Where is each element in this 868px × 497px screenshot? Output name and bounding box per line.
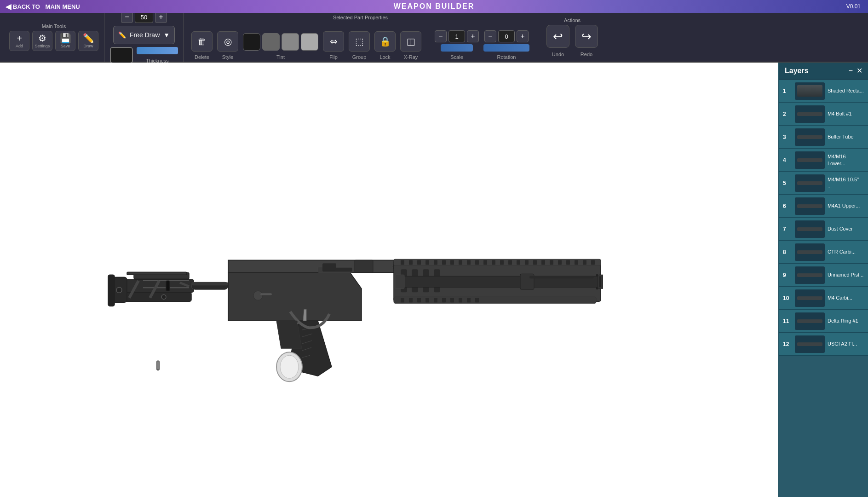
save-label: Save <box>61 44 70 48</box>
svg-rect-39 <box>459 260 462 265</box>
layer-number: 5 <box>783 180 792 186</box>
scale-input[interactable] <box>448 30 465 42</box>
scale-control: − + <box>435 30 479 42</box>
back-arrow-icon: ◀ <box>6 2 11 11</box>
rotation-plus-button[interactable]: + <box>517 30 529 42</box>
main-tools-label: Main Tools <box>42 23 66 29</box>
scale-label: Scale <box>450 54 463 60</box>
delete-label: Delete <box>195 54 209 60</box>
layer-name: Buffer Tube <box>828 133 864 140</box>
layer-thumbnail <box>795 174 825 192</box>
layer-name: CTR Carbi... <box>828 248 864 255</box>
layers-title: Layers <box>785 67 809 75</box>
svg-rect-36 <box>434 260 437 265</box>
layer-item[interactable]: 5 M4/M16 10.5" ... <box>779 172 868 195</box>
redo-area: ↪ Redo <box>575 25 598 57</box>
lock-label: Lock <box>379 54 390 60</box>
canvas-area[interactable] <box>0 63 778 497</box>
svg-rect-32 <box>401 260 404 265</box>
svg-rect-43 <box>492 260 495 265</box>
undo-button[interactable]: ↩ <box>546 25 569 48</box>
undo-label: Undo <box>552 52 564 57</box>
layer-item[interactable]: 7 Dust Cover <box>779 218 868 241</box>
rotation-control: − + <box>484 30 529 42</box>
svg-rect-34 <box>417 260 421 265</box>
tint-gray3-button[interactable] <box>301 33 318 51</box>
layer-number: 10 <box>783 295 792 301</box>
layer-item[interactable]: 9 Unnamed Pist... <box>779 264 868 287</box>
app-title: WEAPON BUILDER <box>394 2 475 11</box>
redo-button[interactable]: ↪ <box>575 25 598 48</box>
layer-thumbnail <box>795 266 825 284</box>
layer-name: Delta Ring #1 <box>828 318 864 324</box>
svg-rect-42 <box>483 260 487 265</box>
svg-rect-50 <box>550 260 553 265</box>
layer-thumbnail <box>795 243 825 261</box>
svg-rect-66 <box>450 298 454 302</box>
xray-label: X-Ray <box>404 54 418 60</box>
layer-number: 6 <box>783 203 792 209</box>
flip-label: Flip <box>329 54 338 60</box>
layer-item[interactable]: 1 Shaded Recta... <box>779 80 868 103</box>
scale-minus-button[interactable]: − <box>435 30 447 42</box>
svg-rect-46 <box>517 260 520 265</box>
svg-rect-69 <box>475 298 479 302</box>
layer-name: M4 Bolt #1 <box>828 110 864 117</box>
main-area: Layers − ✕ 1 Shaded Recta... 2 M4 Bolt #… <box>0 63 868 497</box>
scale-plus-button[interactable]: + <box>467 30 479 42</box>
flip-button[interactable]: ⇔ <box>323 31 344 52</box>
xray-icon: ◫ <box>407 37 415 46</box>
tint-gray1-button[interactable] <box>262 33 280 51</box>
layer-item[interactable]: 6 M4A1 Upper... <box>779 195 868 218</box>
add-icon: + <box>17 34 22 43</box>
draw-button[interactable]: ✏️ Draw <box>78 31 98 51</box>
layer-item[interactable]: 4 M4/M16 Lower... <box>779 149 868 172</box>
layer-item[interactable]: 11 Delta Ring #1 <box>779 310 868 333</box>
layer-name: M4A1 Upper... <box>828 202 864 209</box>
svg-rect-2 <box>125 292 191 301</box>
layer-item[interactable]: 3 Buffer Tube <box>779 126 868 149</box>
layer-thumbnail <box>795 335 825 353</box>
xray-button[interactable]: ◫ <box>400 31 421 52</box>
delete-button[interactable]: 🗑 <box>191 31 213 52</box>
lock-button[interactable]: 🔒 <box>374 31 396 52</box>
rotation-minus-button[interactable]: − <box>484 30 496 42</box>
color-swatch[interactable] <box>110 47 133 64</box>
rotation-bar[interactable] <box>483 44 529 52</box>
delete-area: 🗑 Delete <box>191 31 213 60</box>
svg-rect-6 <box>108 275 115 306</box>
svg-rect-11 <box>127 272 187 275</box>
save-button[interactable]: 💾 Save <box>55 31 75 51</box>
thickness-bar[interactable] <box>137 47 178 54</box>
draw-tool-value: Free Draw <box>130 31 160 39</box>
layer-item[interactable]: 10 M4 Carbi... <box>779 287 868 310</box>
svg-rect-44 <box>500 260 504 265</box>
settings-label: Settings <box>35 44 50 48</box>
style-button[interactable]: ◎ <box>217 31 238 52</box>
layer-item[interactable]: 12 USGI A2 Fl... <box>779 333 868 356</box>
group-button[interactable]: ⬚ <box>349 31 370 52</box>
add-button[interactable]: + Add <box>9 31 29 51</box>
layer-name: M4/M16 Lower... <box>828 153 864 167</box>
weapon-svg <box>97 192 603 385</box>
draw-tool-row: ✏️ Free Draw ▼ <box>113 26 175 44</box>
layers-minimize-button[interactable]: − <box>849 66 853 75</box>
layers-close-button[interactable]: ✕ <box>857 66 862 75</box>
tint-black-button[interactable] <box>243 33 260 51</box>
layer-item[interactable]: 8 CTR Carbi... <box>779 241 868 264</box>
layer-item[interactable]: 2 M4 Bolt #1 <box>779 103 868 126</box>
toolbar: Main Tools + Add ⚙ Settings 💾 Save ✏️ Dr… <box>0 13 868 63</box>
scale-bar[interactable] <box>441 44 473 52</box>
svg-rect-62 <box>417 298 421 302</box>
tint-gray2-button[interactable] <box>282 33 299 51</box>
svg-rect-26 <box>355 260 373 272</box>
settings-button[interactable]: ⚙ Settings <box>32 31 52 51</box>
svg-point-9 <box>116 287 122 293</box>
draw-tool-dropdown[interactable]: ✏️ Free Draw ▼ <box>113 26 175 44</box>
back-to-main-menu-button[interactable]: ◀ BACK TO MAIN MENU <box>6 2 80 11</box>
svg-point-24 <box>253 291 263 300</box>
group-area: ⬚ Group <box>349 31 370 60</box>
layer-thumbnail <box>795 105 825 123</box>
draw-icon: ✏️ <box>83 34 94 43</box>
rotation-input[interactable] <box>498 30 515 42</box>
